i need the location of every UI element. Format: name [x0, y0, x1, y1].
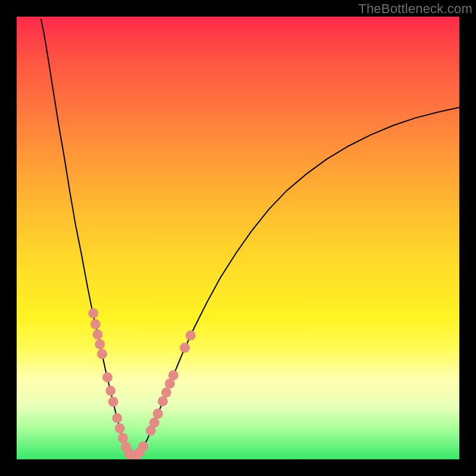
data-marker [88, 308, 98, 318]
data-marker [161, 387, 171, 397]
data-marker [108, 397, 118, 407]
watermark-label: TheBottleneck.com [358, 1, 472, 17]
data-marker [95, 339, 105, 349]
data-markers-group [88, 308, 196, 459]
data-marker [180, 343, 190, 353]
chart-svg-layer [17, 17, 459, 459]
chart-frame: TheBottleneck.com [0, 0, 476, 476]
data-marker [186, 330, 196, 340]
data-marker [168, 370, 178, 380]
data-marker [112, 413, 122, 423]
data-marker [138, 441, 148, 452]
data-marker [118, 433, 128, 443]
data-marker [90, 320, 101, 330]
data-marker [149, 418, 159, 428]
data-marker [153, 409, 163, 419]
data-marker [93, 330, 103, 340]
bottleneck-curve [41, 19, 459, 457]
data-marker [97, 349, 107, 359]
data-marker [158, 396, 168, 406]
data-marker [102, 372, 112, 383]
data-marker [115, 423, 125, 433]
data-marker [105, 386, 115, 396]
